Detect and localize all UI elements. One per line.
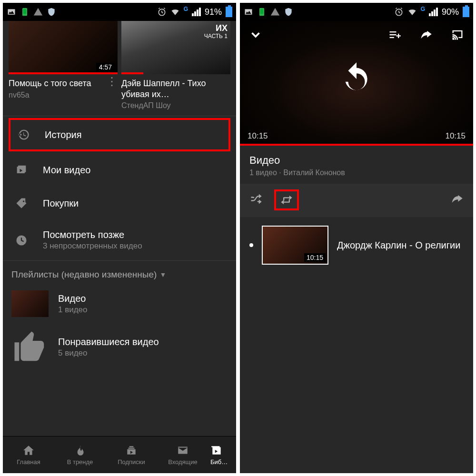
status-left: [244, 7, 293, 17]
alarm-status-icon: [394, 7, 404, 17]
status-left: [7, 7, 56, 17]
tag-icon: [14, 196, 29, 210]
nav-trending[interactable]: В тренде: [54, 436, 106, 473]
my-videos-icon: [14, 163, 29, 177]
warning-status-icon: [270, 7, 280, 17]
video-card[interactable]: ИХ ЧАСТЬ 1 Дэйв Шаппелл - Тихо убивая их…: [121, 21, 230, 110]
playlists-header-label: Плейлисты (недавно измененные): [11, 269, 157, 280]
video-card[interactable]: 4:57 Помощь с того света nv65a ⋮: [9, 21, 118, 110]
shuffle-button[interactable]: [249, 192, 263, 208]
video-title: Дэйв Шаппелл - Тихо убивая их…: [121, 78, 230, 99]
video-player[interactable]: 10:15 10:15: [240, 21, 473, 146]
video-thumbnail[interactable]: ИХ ЧАСТЬ 1: [121, 21, 230, 74]
video-thumbnail[interactable]: 4:57: [9, 21, 118, 74]
watch-progress-bar: [9, 72, 118, 74]
wifi-status-icon: [407, 7, 417, 17]
video-duration: 4:57: [96, 63, 115, 71]
time-row: 10:15 10:15: [248, 131, 466, 141]
library-item-purchases[interactable]: Покупки: [3, 187, 236, 220]
bottom-nav: Главная В тренде Подписки Входящие Биб…: [3, 436, 236, 473]
playlist-item[interactable]: Видео 1 видео: [3, 285, 236, 323]
nav-library[interactable]: Биб…: [208, 436, 236, 473]
warning-status-icon: [33, 7, 43, 17]
status-right: G 90%: [394, 7, 469, 17]
alarm-status-icon: [157, 7, 167, 17]
share-playlist-button[interactable]: [450, 192, 464, 208]
picture-status-icon: [244, 7, 253, 17]
battery-percent: 90%: [442, 7, 459, 17]
library-list: История Мои видео Покупки Посмотреть: [3, 116, 236, 260]
subscriptions-icon: [125, 444, 138, 456]
cast-button[interactable]: [450, 28, 465, 42]
battery-icon: [226, 7, 232, 17]
library-item-label: Покупки: [43, 198, 79, 209]
recent-videos-row: 4:57 Помощь с того света nv65a ⋮ ИХ ЧАСТ…: [3, 21, 236, 116]
nav-subscriptions[interactable]: Подписки: [106, 436, 157, 473]
collapse-player-button[interactable]: [248, 28, 263, 42]
now-playing-indicator-icon: [249, 243, 253, 247]
playlist-video-item[interactable]: 10:15 Джордж Карлин - О религии: [240, 217, 473, 273]
total-time: 10:15: [445, 131, 466, 141]
device-status-icon: [257, 7, 267, 17]
library-item-myvideos[interactable]: Мои видео: [3, 153, 236, 187]
nav-home[interactable]: Главная: [3, 436, 54, 473]
nav-label: В тренде: [67, 458, 93, 466]
share-button[interactable]: [419, 28, 433, 42]
home-icon: [22, 444, 35, 456]
dropdown-icon: ▼: [159, 271, 166, 278]
playlist-thumbnail: [11, 290, 49, 317]
device-status-icon: [20, 7, 30, 17]
library-icon: [210, 444, 223, 456]
clock-icon: [14, 233, 29, 248]
library-item-label: Посмотреть позже: [43, 229, 142, 240]
playlist-item-liked[interactable]: Понравившиеся видео 5 видео: [3, 323, 236, 371]
loop-button[interactable]: [274, 189, 299, 210]
battery-percent: 91%: [205, 7, 222, 17]
video-more-icon[interactable]: ⋮: [106, 78, 118, 85]
svg-rect-5: [260, 9, 264, 14]
player-progress-bar[interactable]: [240, 144, 473, 146]
nav-label: Биб…: [210, 458, 228, 466]
nav-label: Входящие: [168, 458, 198, 466]
status-bar: G 90%: [240, 3, 473, 21]
video-title: Помощь с того света: [9, 78, 118, 89]
library-item-watchlater[interactable]: Посмотреть позже 3 непросмотренных видео: [3, 220, 236, 260]
current-time: 10:15: [248, 131, 268, 141]
status-bar: G 91%: [3, 3, 236, 21]
video-channel: СтендАП Шоу: [121, 101, 230, 110]
video-channel: nv65a: [9, 91, 118, 99]
nav-inbox[interactable]: Входящие: [157, 436, 208, 473]
mail-icon: [177, 444, 189, 456]
replay-button[interactable]: [340, 61, 373, 96]
thumb-overlay-text: ИХ ЧАСТЬ 1: [204, 24, 228, 40]
like-icon: [11, 328, 49, 366]
playlist-title: Видео: [249, 154, 464, 167]
nav-label: Главная: [17, 458, 40, 466]
playlist-header: Видео 1 видео · Виталий Кононов: [240, 146, 473, 184]
battery-icon: [463, 7, 469, 17]
phone-right: G 90%: [240, 3, 473, 473]
shield-status-icon: [47, 7, 56, 17]
add-to-playlist-button[interactable]: [387, 28, 402, 42]
library-item-sub: 3 непросмотренных видео: [43, 241, 142, 251]
wifi-status-icon: [170, 7, 180, 17]
svg-rect-1: [23, 9, 27, 14]
playlist-video-title: Джордж Карлин - О религии: [337, 239, 460, 251]
library-item-label: Мои видео: [43, 165, 90, 176]
playlist-title: Понравившиеся видео: [58, 337, 159, 347]
video-duration: 10:15: [304, 253, 326, 262]
library-item-history[interactable]: История: [9, 118, 230, 151]
phone-left: G 91% 4:57 Помощь с того света nv65a ⋮: [3, 3, 236, 473]
playlist-controls: [240, 184, 473, 217]
status-right: G 91%: [157, 7, 232, 17]
signal-bars-icon: [429, 8, 438, 16]
history-icon: [16, 128, 30, 142]
shield-status-icon: [284, 7, 293, 17]
picture-status-icon: [7, 7, 16, 17]
trending-icon: [74, 444, 86, 456]
signal-bars-icon: [192, 8, 201, 16]
network-g-icon: G: [421, 6, 425, 12]
player-top-controls: [240, 21, 473, 42]
playlist-video-thumbnail[interactable]: 10:15: [262, 226, 328, 265]
playlists-section-header[interactable]: Плейлисты (недавно измененные) ▼: [3, 260, 236, 285]
